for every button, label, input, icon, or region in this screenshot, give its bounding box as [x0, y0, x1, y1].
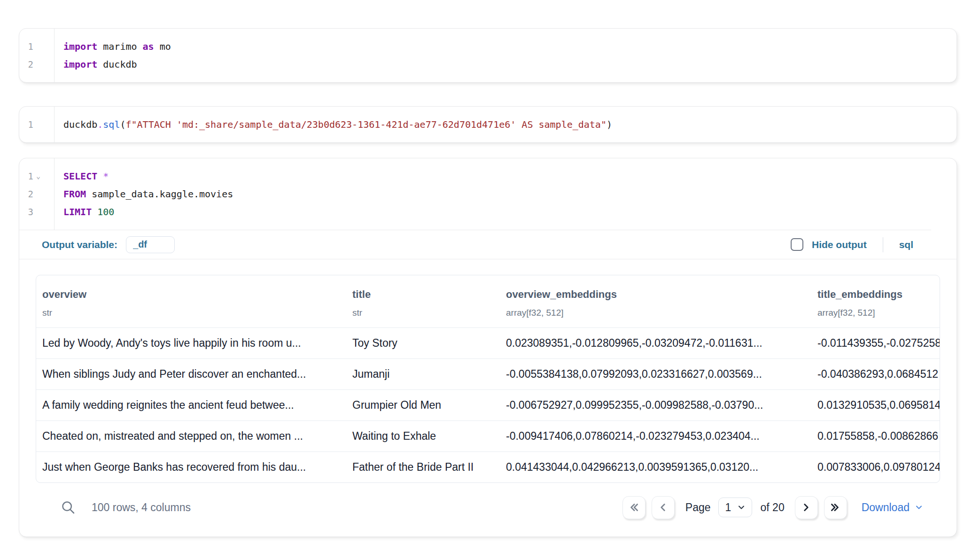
table-cell: Waiting to Exhale: [346, 430, 500, 443]
output-variable-label: Output variable:: [42, 239, 117, 250]
column-name: overview: [42, 288, 346, 301]
last-page-button[interactable]: [824, 496, 847, 519]
pagination: Page 1 of 20: [622, 496, 924, 519]
double-chevron-right-icon: [829, 501, 841, 513]
column-header-overview_embeddings[interactable]: overview_embeddingsarray[f32, 512]: [500, 288, 811, 318]
column-type: str: [352, 308, 500, 318]
code-text: LIMIT 100: [57, 203, 114, 221]
column-type: str: [42, 308, 346, 318]
output-variable-input[interactable]: [126, 236, 175, 253]
table-row[interactable]: Led by Woody, Andy's toys live happily i…: [36, 328, 940, 359]
table-row[interactable]: When siblings Judy and Peter discover an…: [36, 359, 940, 390]
language-badge-sql[interactable]: sql: [899, 239, 913, 250]
line-number: 2: [19, 55, 33, 73]
table-cell: -0.011439355,-0.02752583: [811, 337, 940, 350]
table-row[interactable]: Just when George Banks has recovered fro…: [36, 452, 940, 482]
code-line[interactable]: 1duckdb.sql(f"ATTACH 'md:_share/sample_d…: [19, 116, 957, 133]
dataframe-table: overviewstrtitlestroverview_embeddingsar…: [36, 275, 940, 483]
page-select-value: 1: [725, 501, 731, 514]
first-page-button[interactable]: [622, 496, 646, 519]
line-number: 1: [19, 167, 33, 185]
download-button[interactable]: Download: [862, 501, 924, 514]
column-name: title: [352, 288, 500, 301]
line-number: 3: [19, 203, 33, 221]
table-row[interactable]: Cheated on, mistreated and stepped on, t…: [36, 421, 940, 452]
code-editor[interactable]: 1⌄SELECT *2FROM sample_data.kaggle.movie…: [19, 158, 957, 230]
line-number-gutter: 1⌄: [19, 167, 57, 185]
column-header-title_embeddings[interactable]: title_embeddingsarray[f32, 512]: [811, 288, 940, 318]
line-number: 2: [19, 185, 33, 203]
line-number-gutter: 2: [19, 185, 57, 203]
table-cell: -0.006752927,0.099952355,-0.009982588,-0…: [500, 399, 811, 412]
divider: [883, 237, 883, 252]
search-icon[interactable]: [61, 500, 76, 515]
page-select[interactable]: 1: [718, 498, 752, 517]
table-summary: 100 rows, 4 columns: [92, 501, 191, 514]
code-line[interactable]: 1⌄SELECT *: [19, 167, 957, 185]
line-number-gutter: 1: [19, 116, 57, 133]
table-cell: Jumanji: [346, 368, 500, 381]
code-line[interactable]: 2FROM sample_data.kaggle.movies: [19, 185, 957, 203]
next-page-button[interactable]: [795, 496, 818, 519]
table-footer: 100 rows, 4 columns Page 1: [52, 483, 924, 524]
code-line[interactable]: 1import marimo as mo: [19, 38, 957, 55]
table-cell: Cheated on, mistreated and stepped on, t…: [36, 430, 346, 443]
line-number-gutter: 1: [19, 38, 57, 55]
column-type: array[f32, 512]: [506, 308, 811, 318]
code-text: FROM sample_data.kaggle.movies: [57, 185, 233, 203]
sql-cell: 1⌄SELECT *2FROM sample_data.kaggle.movie…: [19, 158, 957, 537]
download-label: Download: [862, 501, 910, 514]
table-cell: -0.0055384138,0.07992093,0.023316627,0.0…: [500, 368, 811, 381]
table-cell: -0.040386293,0.0684512: [811, 368, 940, 381]
line-number-gutter: 2: [19, 55, 57, 73]
table-cell: 0.007833006,0.09780124: [811, 461, 940, 474]
table-cell: Father of the Bride Part II: [346, 461, 500, 474]
line-number: 1: [19, 38, 33, 55]
hide-output-checkbox[interactable]: [791, 238, 803, 251]
table-cell: Grumpier Old Men: [346, 399, 500, 412]
code-cell-attach: 1duckdb.sql(f"ATTACH 'md:_share/sample_d…: [19, 106, 957, 143]
column-name: overview_embeddings: [506, 288, 811, 301]
column-header-overview[interactable]: overviewstr: [36, 288, 346, 318]
chevron-down-icon: [737, 503, 746, 512]
line-number-gutter: 3: [19, 203, 57, 221]
table-cell: Toy Story: [346, 337, 500, 350]
cell-output: overviewstrtitlestroverview_embeddingsar…: [19, 259, 957, 524]
table-header: overviewstrtitlestroverview_embeddingsar…: [36, 275, 940, 328]
page-label: Page: [685, 501, 711, 514]
chevron-right-icon: [800, 501, 812, 513]
double-chevron-left-icon: [628, 501, 640, 513]
code-text: duckdb.sql(f"ATTACH 'md:_share/sample_da…: [57, 116, 612, 133]
code-text: import marimo as mo: [57, 38, 171, 55]
table-cell: A family wedding reignites the ancient f…: [36, 399, 346, 412]
code-editor[interactable]: 1import marimo as mo2import duckdb: [19, 29, 957, 82]
page-total-label: of 20: [761, 501, 785, 514]
sql-cell-toolbar: Output variable: Hide output sql: [19, 230, 957, 259]
column-name: title_embeddings: [817, 288, 940, 301]
line-number: 1: [19, 116, 33, 133]
table-cell: 0.01755858,-0.00862866: [811, 430, 940, 443]
table-cell: 0.041433044,0.042966213,0.0039591365,0.0…: [500, 461, 811, 474]
table-cell: 0.0132910535,0.0695814: [811, 399, 940, 412]
chevron-left-icon: [657, 501, 669, 513]
table-cell: Just when George Banks has recovered fro…: [36, 461, 346, 474]
chevron-down-icon[interactable]: ⌄: [33, 167, 57, 185]
table-cell: 0.023089351,-0.012809965,-0.03209472,-0.…: [500, 337, 811, 350]
chevron-down-icon: [910, 503, 924, 512]
hide-output-label: Hide output: [812, 239, 867, 250]
column-header-title[interactable]: titlestr: [346, 288, 500, 318]
code-line[interactable]: 3LIMIT 100: [19, 203, 957, 221]
code-line[interactable]: 2import duckdb: [19, 55, 957, 73]
table-cell: Led by Woody, Andy's toys live happily i…: [36, 337, 346, 350]
column-type: array[f32, 512]: [817, 308, 940, 318]
code-text: SELECT *: [57, 167, 109, 185]
table-row[interactable]: A family wedding reignites the ancient f…: [36, 390, 940, 421]
code-cell-imports: 1import marimo as mo2import duckdb: [19, 28, 957, 83]
table-cell: When siblings Judy and Peter discover an…: [36, 368, 346, 381]
prev-page-button[interactable]: [652, 496, 675, 519]
code-text: import duckdb: [57, 55, 137, 73]
code-editor[interactable]: 1duckdb.sql(f"ATTACH 'md:_share/sample_d…: [19, 107, 957, 142]
table-cell: -0.009417406,0.07860214,-0.023279453,0.0…: [500, 430, 811, 443]
table-body: Led by Woody, Andy's toys live happily i…: [36, 328, 940, 482]
